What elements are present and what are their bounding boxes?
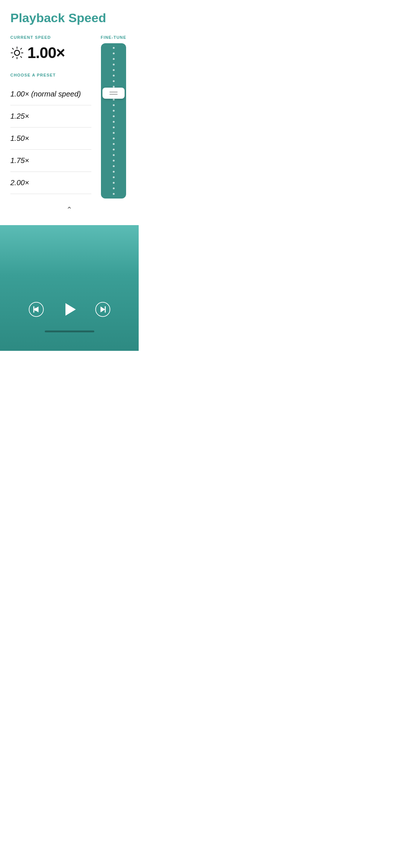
fine-tune-panel: FINE-TUNE bbox=[99, 35, 128, 199]
preset-item-200-text: 2.00× bbox=[10, 179, 29, 187]
slider-handle-lines bbox=[109, 92, 118, 95]
content-area: CURRENT SPEED bbox=[10, 35, 128, 199]
dot-4 bbox=[113, 64, 115, 65]
slider-dots-bottom bbox=[113, 99, 115, 199]
svg-line-6 bbox=[21, 57, 22, 58]
page-title: Playback Speed bbox=[10, 11, 128, 25]
dot-3 bbox=[113, 58, 115, 60]
svg-line-8 bbox=[21, 48, 22, 50]
player-controls: ⟳ bbox=[27, 300, 112, 319]
preset-list: 1.00× (normal speed) 1.25× 1.50× 1.75× 2… bbox=[10, 83, 91, 194]
dot-6 bbox=[113, 75, 115, 77]
handle-line-2 bbox=[109, 94, 118, 95]
dot-15 bbox=[113, 132, 115, 134]
bottom-player: ⟳ bbox=[0, 225, 139, 351]
dot-24 bbox=[113, 182, 115, 184]
svg-line-7 bbox=[13, 57, 14, 58]
page-wrapper: Playback Speed CURRENT SPEED bbox=[0, 0, 139, 351]
chevron-up-icon[interactable]: ⌃ bbox=[66, 205, 72, 214]
preset-item-125[interactable]: 1.25× bbox=[10, 105, 91, 128]
dot-19 bbox=[113, 154, 115, 156]
dot-10 bbox=[113, 104, 115, 106]
preset-item-150[interactable]: 1.50× bbox=[10, 128, 91, 150]
preset-item-175-text: 1.75× bbox=[10, 156, 29, 165]
home-indicator bbox=[45, 330, 94, 332]
preset-item-175[interactable]: 1.75× bbox=[10, 150, 91, 172]
dot-2 bbox=[113, 52, 115, 54]
slider-track[interactable] bbox=[101, 43, 126, 199]
svg-rect-14 bbox=[105, 306, 106, 313]
dot-17 bbox=[113, 143, 115, 145]
current-speed-display: 1.00× bbox=[10, 44, 91, 62]
handle-line-1 bbox=[109, 92, 118, 92]
dot-23 bbox=[113, 176, 115, 178]
dot-12 bbox=[113, 115, 115, 117]
play-button[interactable] bbox=[60, 300, 79, 319]
chevron-row[interactable]: ⌃ bbox=[10, 199, 128, 218]
current-speed-label: CURRENT SPEED bbox=[10, 35, 91, 40]
dot-20 bbox=[113, 160, 115, 162]
svg-marker-12 bbox=[65, 303, 76, 316]
top-panel: Playback Speed CURRENT SPEED bbox=[0, 0, 139, 225]
slider-handle[interactable] bbox=[102, 88, 125, 99]
preset-item-150-text: 1.50× bbox=[10, 134, 29, 142]
dot-7 bbox=[113, 80, 115, 82]
preset-item-1[interactable]: 1.00× (normal speed) bbox=[10, 83, 91, 105]
preset-item-200[interactable]: 2.00× bbox=[10, 172, 91, 194]
skip-forward-button[interactable] bbox=[94, 300, 112, 319]
speed-icon bbox=[10, 46, 24, 60]
dot-18 bbox=[113, 149, 115, 150]
preset-item-125-text: 1.25× bbox=[10, 112, 29, 120]
dot-1 bbox=[113, 47, 115, 49]
svg-point-0 bbox=[14, 50, 20, 55]
dot-9 bbox=[113, 99, 115, 101]
slider-dots-top bbox=[113, 43, 115, 88]
dot-14 bbox=[113, 126, 115, 128]
preset-item-1-text: 1.00× (normal speed) bbox=[10, 90, 81, 98]
choose-preset-label: CHOOSE A PRESET bbox=[10, 73, 91, 77]
svg-line-5 bbox=[13, 48, 14, 50]
current-speed-value: 1.00× bbox=[27, 44, 65, 62]
skip-back-button[interactable]: ⟳ bbox=[27, 300, 45, 319]
dot-25 bbox=[113, 187, 115, 189]
dot-21 bbox=[113, 165, 115, 167]
svg-rect-11 bbox=[33, 306, 34, 313]
dot-5 bbox=[113, 69, 115, 71]
dot-16 bbox=[113, 138, 115, 139]
dot-22 bbox=[113, 171, 115, 173]
dot-13 bbox=[113, 121, 115, 123]
left-panel: CURRENT SPEED bbox=[10, 35, 91, 199]
dot-26 bbox=[113, 193, 115, 195]
dot-11 bbox=[113, 110, 115, 112]
fine-tune-label: FINE-TUNE bbox=[101, 35, 126, 40]
